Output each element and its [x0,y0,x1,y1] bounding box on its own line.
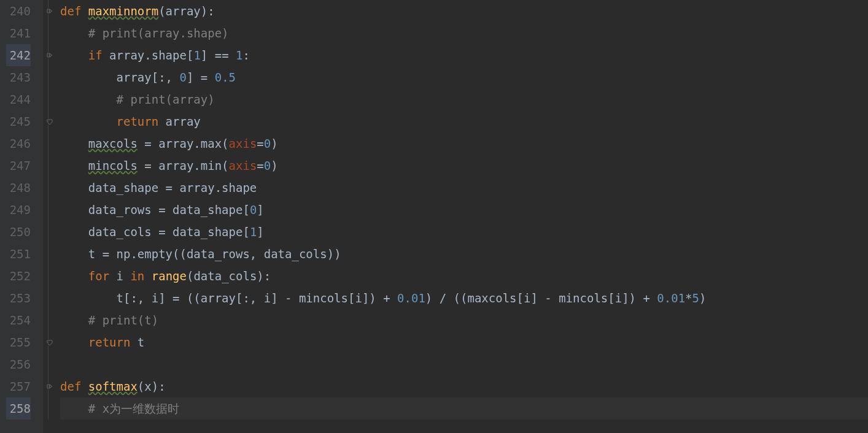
token-fn: maxminnorm [88,4,158,18]
code-line[interactable]: t[:, i] = ((array[:, i] - mincols[i]) + … [60,287,868,309]
token-paren: ( [138,380,144,393]
token-var: = array.max( [138,137,229,150]
line-number: 241 [6,22,31,44]
line-number: 244 [6,88,31,110]
token-fn: softmax [88,380,138,393]
token-var: : [242,48,249,62]
token-var: ) / ((maxcols[i] - mincols[i]) + [425,291,657,305]
token-var: x [144,380,151,393]
line-number: 248 [6,177,31,199]
token-comment: # print(array) [117,93,215,106]
line-number: 249 [6,199,31,221]
code-line[interactable]: # x为一维数据时 [60,397,868,420]
token-param: axis [229,159,257,172]
code-line[interactable]: data_rows = data_shape[0] [60,199,868,221]
token-var: data_cols = data_shape[ [88,225,250,239]
code-line[interactable]: for i in range(data_cols): [60,265,868,287]
code-line[interactable]: def maxminnorm(array): [60,0,868,22]
fold-open-icon[interactable] [45,382,54,391]
token-fn: range [152,269,187,283]
token-var: ] [257,225,263,239]
code-line[interactable]: def softmax(x): [60,375,868,397]
token-comment: # print(array.shape) [88,26,229,40]
code-area[interactable]: def maxminnorm(array): # print(array.sha… [58,0,868,433]
token-var: array [166,115,201,128]
token-num: 5 [692,291,699,305]
code-line[interactable]: mincols = array.min(axis=0) [60,155,868,177]
token-num: 0.01 [657,291,685,305]
line-number: 246 [6,132,31,155]
token-var: data_rows = data_shape[ [88,203,250,216]
token-var: mincols [88,159,138,172]
code-line[interactable]: t = np.empty((data_rows, data_cols)) [60,243,868,265]
line-gutter: 2402412422432442452462472482492502512522… [0,0,43,433]
line-number: 258 [6,397,31,420]
token-var: i [117,269,131,283]
token-var: array.shape[ [109,48,193,62]
token-comment: # x为一维数据时 [88,402,179,415]
code-line[interactable]: maxcols = array.max(axis=0) [60,132,868,155]
code-line[interactable]: # print(t) [60,309,868,331]
token-kw: return [88,335,138,349]
token-var: ] [257,203,263,216]
line-number: 250 [6,221,31,243]
token-kw: if [88,48,109,62]
token-kw: def [60,380,88,393]
code-line[interactable]: array[:, 0] = 0.5 [60,66,868,88]
token-paren: ( [158,4,165,18]
token-num: 0 [179,71,186,84]
token-var: t[:, i] = ((array[:, i] - mincols[i]) + [117,291,398,305]
line-number: 247 [6,155,31,177]
code-line[interactable]: if array.shape[1] == 1: [60,44,868,66]
token-param: axis [229,137,257,150]
code-line[interactable]: return array [60,110,868,132]
fold-column [43,0,58,433]
fold-close-icon[interactable] [45,117,54,126]
fold-close-icon[interactable] [45,338,54,347]
token-var: = [257,137,263,150]
code-line[interactable]: return t [60,331,868,353]
code-line[interactable]: data_cols = data_shape[1] [60,221,868,243]
line-number: 257 [6,375,31,397]
line-number: 254 [6,309,31,331]
token-var: array [166,4,201,18]
token-num: 0 [250,203,257,216]
token-kw: in [130,269,151,283]
token-var: * [685,291,692,305]
token-var: t [138,335,144,349]
token-paren: ): [201,4,215,18]
token-var: ) [271,137,277,150]
token-comment: # print(t) [88,313,158,327]
token-num: 1 [236,48,242,62]
line-number: 256 [6,353,31,375]
code-line[interactable]: data_shape = array.shape [60,177,868,199]
token-var: array[:, [117,71,180,84]
fold-open-icon[interactable] [45,7,54,15]
line-number: 243 [6,66,31,88]
token-num: 1 [250,225,257,239]
token-var: t = np.empty((data_rows, data_cols)) [88,247,341,261]
code-line[interactable]: # print(array) [60,88,868,110]
token-var: = array.min( [138,159,229,172]
line-number: 255 [6,331,31,353]
token-num: 0.5 [215,71,236,84]
token-num: 1 [193,48,200,62]
code-line[interactable]: # print(array.shape) [60,22,868,44]
token-var: ] == [201,48,236,62]
token-num: 0 [264,137,271,150]
token-var: ] = [187,71,215,84]
token-var: = [257,159,263,172]
token-var: ) [271,159,277,172]
token-kw: return [117,115,166,128]
code-line[interactable] [60,353,868,375]
fold-open-icon[interactable] [45,51,54,59]
token-var: maxcols [88,137,138,150]
line-number: 253 [6,287,31,309]
token-kw: for [88,269,117,283]
code-editor: 2402412422432442452462472482492502512522… [0,0,868,433]
line-number: 240 [6,0,31,22]
token-var: (data_cols): [187,269,271,283]
token-num: 0 [264,159,271,172]
line-number: 252 [6,265,31,287]
line-number: 242 [6,44,31,66]
